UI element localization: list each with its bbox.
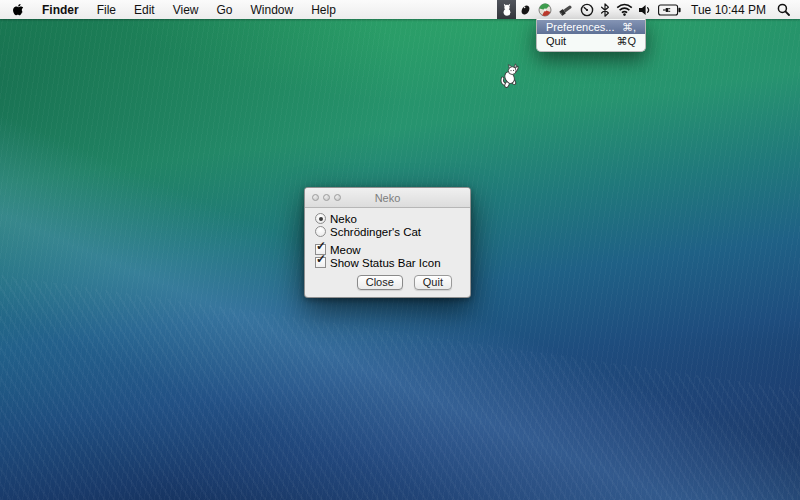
radio-row-neko[interactable]: Neko — [315, 212, 470, 225]
menu-item-label: Quit — [546, 35, 566, 47]
white-cat-icon — [501, 3, 513, 16]
menu-bar-clock[interactable]: Tue 10:44 PM — [684, 3, 774, 17]
checkmark-icon: ✓ — [316, 253, 326, 265]
menu-edit[interactable]: Edit — [125, 0, 164, 19]
menu-bar: Finder File Edit View Go Window Help — [0, 0, 800, 19]
neko-status-bar-icon[interactable] — [497, 0, 516, 19]
window-titlebar[interactable]: Neko — [305, 188, 470, 208]
quit-button[interactable]: Quit — [414, 275, 452, 290]
radio-button-neko[interactable] — [315, 213, 326, 224]
radio-label: Neko — [330, 213, 357, 225]
radio-row-schrodingers-cat[interactable]: Schrödinger's Cat — [315, 225, 470, 238]
apple-menu[interactable] — [0, 0, 33, 19]
menu-view[interactable]: View — [164, 0, 208, 19]
menu-bar-status-area: Tue 10:44 PM — [497, 0, 800, 19]
checkbox-row-show-status-bar-icon[interactable]: ✓ Show Status Bar Icon — [315, 256, 470, 269]
colored-globe-icon[interactable] — [535, 0, 555, 19]
desktop-wallpaper[interactable]: Neko Neko Schrödinger's Cat ✓ Meow ✓ Sho… — [0, 0, 800, 500]
close-button[interactable]: Close — [357, 275, 403, 290]
spotlight-icon[interactable] — [774, 0, 793, 19]
black-mouse-icon[interactable] — [516, 0, 535, 19]
checkbox-label: Meow — [330, 244, 361, 256]
compass-icon[interactable] — [577, 0, 597, 19]
menu-window[interactable]: Window — [242, 0, 303, 19]
battery-plugged-icon[interactable] — [655, 0, 684, 19]
flashlight-icon[interactable] — [555, 0, 577, 19]
neko-status-menu: Preferences... ⌘, Quit ⌘Q — [536, 19, 646, 52]
window-button-row: Close Quit — [357, 275, 452, 290]
menu-file[interactable]: File — [88, 0, 125, 19]
neko-window: Neko Neko Schrödinger's Cat ✓ Meow ✓ Sho… — [304, 187, 471, 298]
window-content: Neko Schrödinger's Cat ✓ Meow ✓ Show Sta… — [305, 208, 470, 298]
menu-finder[interactable]: Finder — [33, 0, 88, 19]
radio-button-schrodingers-cat[interactable] — [315, 226, 326, 237]
menu-item-shortcut: ⌘Q — [616, 35, 636, 48]
checkbox-label: Show Status Bar Icon — [330, 257, 441, 269]
menu-go[interactable]: Go — [208, 0, 242, 19]
menu-item-shortcut: ⌘, — [622, 21, 636, 34]
menu-item-quit[interactable]: Quit ⌘Q — [537, 34, 645, 48]
volume-icon[interactable] — [636, 0, 655, 19]
apple-icon — [13, 3, 24, 16]
checkbox-row-meow[interactable]: ✓ Meow — [315, 243, 470, 256]
menu-item-preferences[interactable]: Preferences... ⌘, — [537, 20, 645, 34]
menu-bar-left: Finder File Edit View Go Window Help — [0, 0, 345, 19]
menu-help[interactable]: Help — [302, 0, 345, 19]
checkmark-icon: ✓ — [316, 240, 326, 252]
window-title: Neko — [305, 192, 470, 204]
menu-item-label: Preferences... — [546, 21, 614, 33]
checkbox-show-status-bar-icon[interactable]: ✓ — [315, 257, 326, 268]
radio-label: Schrödinger's Cat — [330, 226, 421, 238]
bluetooth-icon[interactable] — [597, 0, 613, 19]
neko-desktop-cat-sprite — [499, 63, 520, 94]
wifi-icon[interactable] — [613, 0, 636, 19]
